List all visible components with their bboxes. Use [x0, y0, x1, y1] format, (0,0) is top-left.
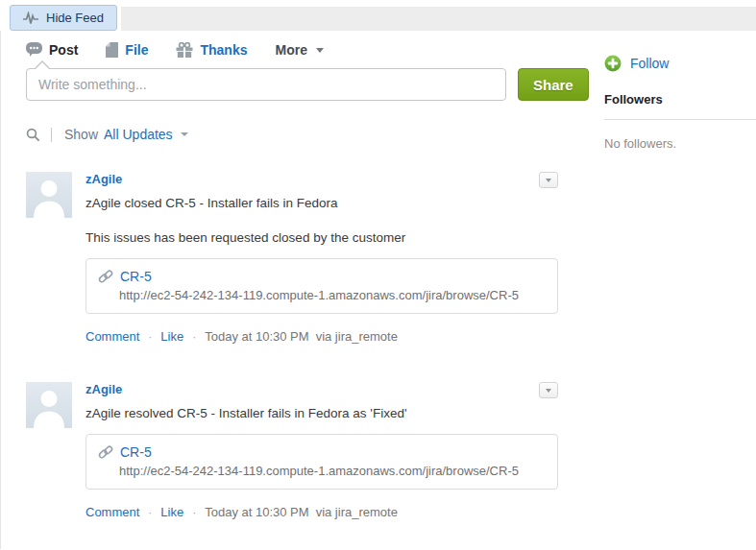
- hide-feed-label: Hide Feed: [46, 11, 104, 25]
- feed-item: zAgile zAgile closed CR-5 - Installer fa…: [26, 172, 558, 344]
- pulse-icon: [23, 12, 38, 25]
- via-source: via jira_remote: [316, 329, 398, 344]
- feed-item-title: zAgile resolved CR-5 - Installer fails i…: [85, 406, 558, 420]
- attachment-link-box: CR-5 http://ec2-54-242-134-119.compute-1…: [85, 258, 558, 314]
- tab-post[interactable]: Post: [26, 42, 78, 58]
- feed-filter-select[interactable]: All Updates: [104, 127, 173, 142]
- dot-separator: ·: [192, 506, 196, 519]
- comment-link[interactable]: Comment: [85, 505, 139, 519]
- via-source: via jira_remote: [316, 505, 398, 519]
- tab-post-label: Post: [49, 42, 78, 58]
- tab-strip-filler: [121, 7, 756, 31]
- dot-separator: ·: [148, 330, 152, 344]
- feed-filter-row: Show All Updates: [26, 127, 585, 142]
- post-input[interactable]: [26, 68, 506, 101]
- comment-link[interactable]: Comment: [85, 329, 139, 344]
- link-chain-icon: [98, 269, 113, 284]
- show-label: Show: [64, 127, 98, 142]
- file-icon: [106, 42, 118, 58]
- feed-panel: Post File: [0, 31, 756, 549]
- followers-sidebar: Follow Followers No followers.: [604, 40, 756, 151]
- publisher-tabs: Post File: [26, 42, 585, 58]
- chevron-down-icon[interactable]: [181, 132, 188, 136]
- issue-url: http://ec2-54-242-134-119.compute-1.amaz…: [119, 288, 546, 302]
- issue-link[interactable]: CR-5: [120, 269, 152, 284]
- publisher: Share: [26, 68, 585, 101]
- chevron-down-icon: [546, 389, 551, 393]
- avatar[interactable]: [26, 172, 72, 218]
- follow-label: Follow: [630, 56, 669, 71]
- feed-item: zAgile zAgile resolved CR-5 - Installer …: [26, 382, 558, 519]
- author-link[interactable]: zAgile: [85, 172, 122, 186]
- feed-tab-bar: Hide Feed: [0, 5, 756, 31]
- tab-thanks-label: Thanks: [200, 42, 247, 58]
- link-chain-icon: [98, 444, 113, 460]
- feed-item-actions: Comment · Like · Today at 10:30 PM via j…: [85, 505, 558, 519]
- issue-link[interactable]: CR-5: [120, 444, 152, 460]
- feed-item-menu-button[interactable]: [539, 382, 558, 398]
- timestamp: Today at 10:30 PM: [205, 505, 308, 519]
- search-icon[interactable]: [26, 128, 40, 142]
- plus-circle-icon: [604, 55, 622, 72]
- dot-separator: ·: [148, 506, 152, 519]
- tab-more-label: More: [275, 42, 306, 58]
- tab-more[interactable]: More: [275, 42, 323, 58]
- avatar[interactable]: [26, 382, 72, 428]
- attachment-link-box: CR-5 http://ec2-54-242-134-119.compute-1…: [85, 434, 558, 490]
- dot-separator: ·: [192, 330, 196, 344]
- feed-column: Post File: [1, 40, 585, 519]
- like-link[interactable]: Like: [160, 329, 183, 344]
- feed-item-body: This issues has been requested closed by…: [85, 230, 558, 245]
- timestamp: Today at 10:30 PM: [205, 329, 308, 344]
- like-link[interactable]: Like: [160, 505, 183, 519]
- feed-item-title: zAgile closed CR-5 - Installer fails in …: [85, 196, 558, 210]
- post-input-wrap: [26, 68, 506, 101]
- chevron-down-icon: [546, 179, 551, 182]
- hide-feed-tab[interactable]: Hide Feed: [10, 5, 117, 31]
- share-button[interactable]: Share: [518, 68, 589, 101]
- feed-list: zAgile zAgile closed CR-5 - Installer fa…: [26, 172, 585, 519]
- chevron-down-icon: [316, 48, 324, 53]
- sidebar-divider: [604, 119, 756, 120]
- filter-divider: [51, 128, 52, 142]
- issue-url: http://ec2-54-242-134-119.compute-1.amaz…: [119, 464, 546, 478]
- tab-file-label: File: [125, 42, 148, 58]
- followers-empty-text: No followers.: [604, 136, 756, 151]
- followers-heading: Followers: [604, 92, 756, 107]
- gift-icon: [176, 42, 193, 58]
- author-link[interactable]: zAgile: [85, 382, 122, 396]
- follow-button[interactable]: Follow: [604, 55, 756, 72]
- tab-file[interactable]: File: [106, 42, 148, 58]
- speech-bubble-icon: [26, 42, 42, 58]
- feed-item-menu-button[interactable]: [539, 172, 558, 188]
- tab-thanks[interactable]: Thanks: [176, 42, 247, 58]
- feed-item-actions: Comment · Like · Today at 10:30 PM via j…: [85, 329, 558, 344]
